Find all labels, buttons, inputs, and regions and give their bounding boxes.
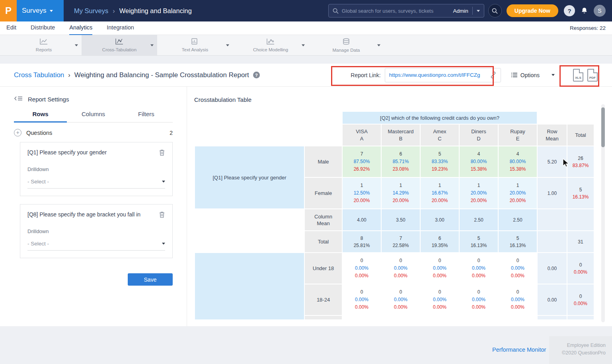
notifications-bell-icon[interactable] xyxy=(581,7,588,15)
trash-icon[interactable] xyxy=(159,211,165,218)
cell-value: 4 xyxy=(478,151,480,157)
row-total-cell: 516.13% xyxy=(567,178,594,208)
menu-distribute[interactable]: Distribute xyxy=(31,21,55,35)
spacer-cell xyxy=(538,112,594,124)
chevron-down-icon[interactable] xyxy=(150,44,154,46)
report-link-url[interactable]: https://www.questionpro.com/t/lFFCZg xyxy=(389,72,490,78)
crosstab-question-header: [Q2] which of the following credit cards… xyxy=(343,112,537,124)
drilldown-select-q8[interactable]: - Select - xyxy=(27,241,165,251)
user-avatar[interactable]: S xyxy=(594,5,606,17)
xls-label: XLS xyxy=(575,76,581,80)
cell-value: 0.00% xyxy=(511,265,524,271)
cell-value: A xyxy=(360,136,364,142)
toolbar-item-manage-data[interactable]: Manage Data xyxy=(308,35,384,55)
toolbar-item-reports[interactable]: Reports xyxy=(6,35,82,55)
responses-count: Responses: 22 xyxy=(570,25,606,31)
row-total-cell: 2683.87% xyxy=(567,146,594,177)
question-text: [Q1] Please specify your gender xyxy=(27,149,159,156)
data-cell xyxy=(499,316,537,319)
tab-columns[interactable]: Columns xyxy=(67,111,120,123)
export-xls-button[interactable]: XLS xyxy=(573,69,583,82)
survey-menubar: Edit Distribute Analytics Integration Re… xyxy=(0,21,612,35)
global-search-input[interactable]: Global search for users, surveys, ticket… xyxy=(328,4,484,18)
add-question-icon[interactable] xyxy=(14,129,21,136)
data-cell: 00.00%0.00% xyxy=(382,253,420,284)
data-cell xyxy=(382,316,420,319)
chevron-down-icon[interactable] xyxy=(377,44,380,46)
toolbar-label: Reports xyxy=(36,47,52,52)
upgrade-now-button[interactable]: Upgrade Now xyxy=(507,4,558,17)
search-icon xyxy=(333,8,339,14)
menu-analytics[interactable]: Analytics xyxy=(69,21,92,35)
questionpro-logo[interactable]: P xyxy=(0,0,17,21)
row-header: Column Mean xyxy=(305,209,342,230)
cell-value: 0.00% xyxy=(355,304,368,310)
column-mean-cell: 3.00 xyxy=(421,209,459,230)
cell-value: 85.71% xyxy=(393,159,409,164)
cell-value: 0.00% xyxy=(394,273,407,278)
crosstab-table-wrapper: [Q2] which of the following credit cards… xyxy=(194,111,596,319)
row-total-cell xyxy=(567,316,594,319)
help-icon[interactable]: ? xyxy=(253,72,260,78)
options-dropdown[interactable]: Options xyxy=(511,72,555,78)
tab-filters[interactable]: Filters xyxy=(120,111,173,123)
export-pdf-button[interactable]: PDF xyxy=(587,69,598,82)
scrollbar-thumb[interactable] xyxy=(601,107,605,147)
cell-value: 0 xyxy=(400,258,402,263)
cell-value: 20.00% xyxy=(471,190,487,196)
cell-value: 0 xyxy=(579,294,582,299)
tab-rows[interactable]: Rows xyxy=(14,111,67,123)
report-link-input[interactable]: https://www.questionpro.com/t/lFFCZg xyxy=(385,68,501,82)
cell-value: 25.81% xyxy=(354,243,370,248)
row-mean-cell: 1.00 xyxy=(538,178,567,208)
collapse-panel-icon[interactable] xyxy=(14,95,23,103)
questionpro-app: P Surveys My Surveys › Weighting and Bal… xyxy=(0,0,612,364)
breadcrumb-separator: › xyxy=(113,7,115,15)
toolbar-item-text-analysis[interactable]: Text Analysis xyxy=(157,35,233,55)
chevron-down-icon[interactable] xyxy=(302,44,305,46)
cell-value: 6 xyxy=(400,151,402,157)
cell-value: 87.50% xyxy=(354,159,370,164)
product-switcher[interactable]: P Surveys xyxy=(0,0,64,21)
database-icon xyxy=(342,38,350,47)
drilldown-select-q1[interactable]: - Select - xyxy=(27,179,165,189)
cell-value: 20.00% xyxy=(471,198,487,203)
cross-tabulation-breadcrumb-link[interactable]: Cross Tabulation xyxy=(14,71,64,79)
performance-monitor-link[interactable]: Performance Monitor xyxy=(492,346,546,353)
vertical-scrollbar[interactable] xyxy=(601,104,605,322)
breadcrumb-my-surveys[interactable]: My Surveys xyxy=(74,7,108,15)
cell-value: 0 xyxy=(361,289,363,295)
toolbar-item-cross-tabulation[interactable]: Cross-Tabulation xyxy=(82,35,157,55)
report-settings-panel: Report Settings Rows Columns Filters Que… xyxy=(0,87,187,326)
cell-value: 0.00% xyxy=(574,301,587,306)
column-header: RupayE xyxy=(499,125,537,146)
cell-value: 0.00% xyxy=(511,297,524,302)
cell-value: 0 xyxy=(439,258,441,263)
menu-integration[interactable]: Integration xyxy=(107,21,134,35)
breadcrumb-separator: › xyxy=(68,72,70,79)
cell-value: 83.33% xyxy=(432,159,448,164)
search-scope-chevron-icon[interactable] xyxy=(477,10,480,12)
cell-value: 16.67% xyxy=(432,190,448,196)
row-total-cell: 00.00% xyxy=(567,253,594,284)
chevron-down-icon[interactable] xyxy=(226,44,229,46)
chevron-down-icon[interactable] xyxy=(75,44,78,46)
help-icon[interactable]: ? xyxy=(564,5,575,16)
toolbar-item-choice-modelling[interactable]: Choice Modelling xyxy=(233,35,308,55)
column-mean-cell: 2.50 xyxy=(460,209,498,230)
menu-edit[interactable]: Edit xyxy=(6,21,16,35)
crosstab-table: [Q2] which of the following credit cards… xyxy=(194,111,594,319)
data-cell: 120.00%20.00% xyxy=(460,178,498,208)
save-button[interactable]: Save xyxy=(128,273,173,286)
column-mean-cell: 4.00 xyxy=(343,209,381,230)
search-submit-button[interactable] xyxy=(488,4,502,18)
cell-value: 80.00% xyxy=(510,159,526,164)
link-icon[interactable] xyxy=(490,72,497,78)
cell-value: B xyxy=(399,136,403,142)
drilldown-label: Drilldown xyxy=(27,166,165,172)
trash-icon[interactable] xyxy=(159,149,165,156)
cell-value: 0 xyxy=(516,258,519,263)
cell-value: 23.08% xyxy=(393,166,409,172)
questions-label: Questions xyxy=(26,130,52,136)
spacer-cell xyxy=(195,125,342,146)
